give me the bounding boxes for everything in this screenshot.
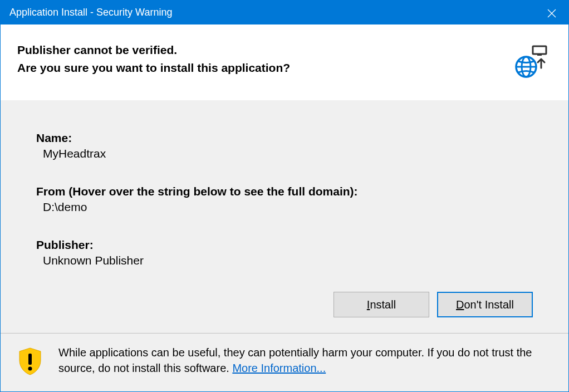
name-label: Name: <box>36 131 533 145</box>
svg-rect-7 <box>28 354 32 365</box>
more-information-link[interactable]: More Information... <box>232 362 326 374</box>
from-value: D:\demo <box>43 200 533 214</box>
titlebar: Application Install - Security Warning <box>1 1 568 24</box>
header-line1: Publisher cannot be verified. <box>17 41 290 59</box>
from-label: From (Hover over the string below to see… <box>36 185 533 198</box>
publisher-value: Unknown Publisher <box>43 254 533 267</box>
name-value: MyHeadtrax <box>43 147 533 160</box>
dont-install-button[interactable]: Don't Install <box>437 292 533 317</box>
install-rest: nstall <box>370 298 396 311</box>
svg-rect-3 <box>537 54 542 56</box>
body-section: Name: MyHeadtrax From (Hover over the st… <box>1 100 568 333</box>
close-icon <box>547 9 556 18</box>
close-button[interactable] <box>535 1 568 26</box>
footer-text: While applications can be useful, they c… <box>58 345 553 376</box>
globe-install-icon <box>514 45 548 81</box>
field-name: Name: MyHeadtrax <box>36 131 533 160</box>
field-publisher: Publisher: Unknown Publisher <box>36 238 533 267</box>
install-button[interactable]: Install <box>333 292 429 317</box>
header-text: Publisher cannot be verified. Are you su… <box>17 41 290 76</box>
publisher-label: Publisher: <box>36 238 533 252</box>
field-from: From (Hover over the string below to see… <box>36 185 533 214</box>
header-section: Publisher cannot be verified. Are you su… <box>1 24 568 100</box>
dont-rest: on't Install <box>464 298 514 311</box>
header-line2: Are you sure you want to install this ap… <box>17 59 290 77</box>
footer-section: While applications can be useful, they c… <box>1 333 568 391</box>
shield-warning-icon <box>17 347 43 378</box>
window-title: Application Install - Security Warning <box>9 7 172 18</box>
svg-point-8 <box>28 367 32 371</box>
button-row: Install Don't Install <box>36 292 533 317</box>
svg-rect-2 <box>533 46 546 54</box>
dont-accel: D <box>456 298 464 311</box>
